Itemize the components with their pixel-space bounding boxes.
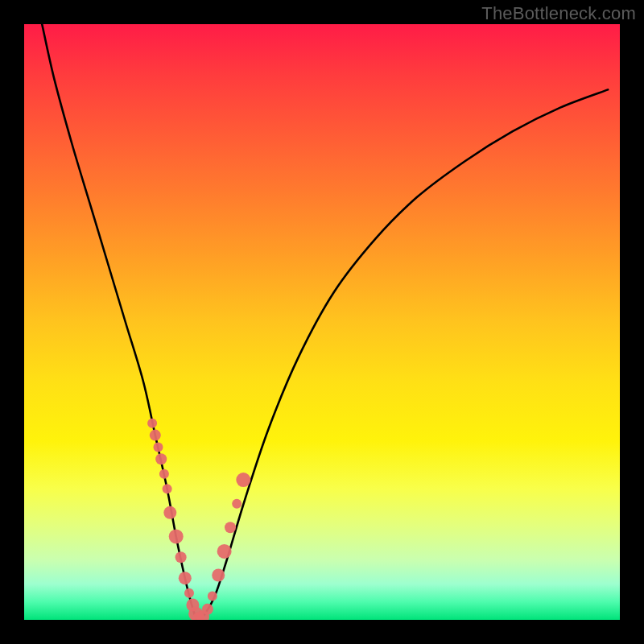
data-marker [202, 604, 213, 615]
data-marker [150, 430, 161, 441]
data-marker [159, 469, 169, 479]
data-marker [163, 506, 176, 519]
data-marker [225, 522, 236, 533]
chart-svg [24, 24, 620, 620]
data-marker [188, 607, 203, 620]
watermark-text: TheBottleneck.com [481, 3, 636, 24]
data-marker [192, 613, 205, 620]
data-marker [232, 499, 242, 509]
data-marker [186, 599, 199, 612]
marker-cluster [147, 419, 250, 620]
data-marker [184, 588, 194, 598]
bottleneck-curve [42, 24, 608, 620]
data-marker [175, 551, 187, 563]
data-marker [154, 442, 163, 452]
data-marker [208, 591, 217, 601]
data-marker [212, 569, 225, 582]
data-marker [155, 453, 167, 464]
data-marker [179, 572, 192, 584]
data-marker [169, 529, 184, 543]
data-marker [196, 610, 209, 620]
data-marker [163, 484, 172, 493]
data-marker [236, 473, 250, 487]
data-marker [217, 544, 232, 559]
plot-area [24, 24, 620, 620]
data-marker [147, 419, 157, 428]
chart-frame: TheBottleneck.com [0, 0, 644, 644]
